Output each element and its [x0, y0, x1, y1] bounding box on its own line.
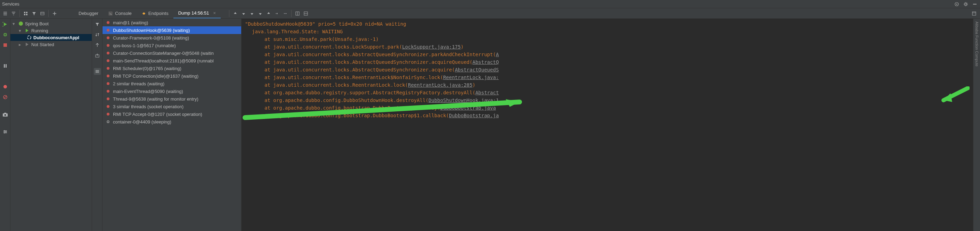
thread-icon [105, 58, 111, 63]
thread-label: Curator-Framework-0@5108 (waiting) [113, 35, 189, 41]
filter-icon[interactable] [94, 21, 101, 28]
source-link[interactable]: A [496, 52, 499, 57]
svg-point-37 [107, 67, 110, 70]
source-link[interactable]: DubboBootstrap.ja [449, 113, 499, 118]
svg-rect-9 [108, 11, 113, 16]
settings-icon[interactable] [2, 128, 9, 135]
layout2-icon[interactable] [302, 10, 310, 17]
source-link[interactable]: ReentrantLock.java:285 [408, 82, 472, 88]
thread-row[interactable]: RMI Scheduler(0)@1765 (waiting) [102, 65, 241, 72]
tab-console[interactable]: Console [103, 9, 137, 18]
thread-row[interactable]: 2 similar threads (waiting) [102, 80, 241, 87]
breakpoint-icon[interactable] [2, 83, 9, 90]
tree-label: DubboconsumerAppl [33, 35, 79, 40]
view-mode-icon[interactable] [38, 10, 46, 17]
stack-line: at org.apache.dubbo.config.bootstrap.Dub… [245, 104, 970, 112]
filter-icon[interactable] [30, 10, 38, 17]
svg-rect-17 [3, 43, 7, 47]
chevron-down-icon: ▾ [19, 28, 23, 33]
sort-icon[interactable] [94, 31, 101, 38]
source-link[interactable]: DubboShutdownHook.java:1 [428, 98, 499, 103]
thread-icon [105, 73, 111, 79]
mute-bp-icon[interactable] [2, 93, 9, 101]
chevron-down-icon: ▾ [13, 21, 17, 26]
stack-icon[interactable] [94, 68, 101, 75]
tab-dump[interactable]: Dump 14:56:51 × [173, 8, 221, 18]
thread-icon [105, 81, 111, 86]
source-link[interactable]: Abstract [476, 90, 499, 95]
down3-icon[interactable] [256, 10, 264, 17]
thread-label: 3 similar threads (socket operation) [113, 104, 183, 109]
source-link[interactable]: LockSupport.java:175 [402, 44, 461, 50]
svg-point-36 [107, 59, 110, 62]
thread-row[interactable]: Curator-ConnectionStateManager-0@5048 (w… [102, 49, 241, 57]
tab-debugger[interactable]: Debugger [74, 9, 103, 18]
thread-label: Curator-ConnectionStateManager-0@5048 (w… [113, 51, 214, 56]
target-icon[interactable] [954, 1, 960, 7]
thread-row[interactable]: Thread-9@5638 (waiting for monitor entry… [102, 95, 241, 103]
step-icon[interactable] [273, 10, 281, 17]
merge-icon[interactable] [94, 42, 101, 49]
svg-rect-7 [26, 14, 27, 15]
tree-root[interactable]: ▾ Spring Boot [10, 20, 92, 27]
svg-point-39 [107, 82, 110, 85]
collapse-all-icon[interactable] [10, 10, 18, 17]
add-icon[interactable] [51, 10, 58, 17]
stack-line: at java.util.concurrent.locks.AbstractQu… [245, 66, 970, 74]
gear-icon[interactable] [963, 1, 969, 7]
thread-row[interactable]: qos-boss-1-1@5617 (runnable) [102, 42, 241, 49]
layout1-icon[interactable] [294, 10, 301, 17]
collapse-panel-icon[interactable] [970, 10, 978, 17]
thread-row[interactable]: 3 similar threads (socket operation) [102, 103, 241, 110]
down2-icon[interactable] [248, 10, 256, 17]
svg-point-31 [107, 21, 110, 24]
thread-label: main-SendThread(localhost:2181)@5089 (ru… [113, 58, 214, 63]
tree-app[interactable]: DubboconsumerAppl [10, 34, 92, 41]
source-link[interactable]: AbstractQueuedS [455, 67, 499, 73]
thread-label: RMI Scheduler(0)@1765 (waiting) [113, 66, 181, 71]
thread-row[interactable]: container-0@4409 (sleeping) [102, 118, 241, 125]
thread-row[interactable]: Curator-Framework-0@5108 (waiting) [102, 34, 241, 42]
stack-line: at java.util.concurrent.locks.AbstractQu… [245, 58, 970, 66]
up2-icon[interactable] [265, 10, 272, 17]
minimize-icon[interactable] [972, 1, 978, 7]
export-icon[interactable] [94, 52, 101, 59]
down-icon[interactable] [240, 10, 247, 17]
tree-label: Running [31, 28, 48, 33]
stack-line: at org.apache.dubbo.registry.support.Abs… [245, 89, 970, 97]
tree-notstarted[interactable]: ▸ Not Started [10, 41, 92, 48]
thread-row[interactable]: main-SendThread(localhost:2181)@5089 (ru… [102, 57, 241, 65]
svg-point-35 [107, 52, 110, 54]
dim-run-icon [24, 42, 30, 47]
source-link[interactable]: ReentrantLock.java: [443, 74, 499, 80]
thread-label: qos-boss-1-1@5617 (runnable) [113, 43, 176, 48]
thread-label: RMI TCP Accept-0@1207 (socket operation) [113, 112, 202, 117]
source-link[interactable]: AbstractQ [472, 59, 499, 65]
tab-label: Endpoints [148, 11, 169, 16]
right-rail-label[interactable]: Alibaba Function Compute [973, 19, 980, 231]
svg-point-27 [4, 133, 5, 133]
source-link[interactable]: DubboBootstrap.java [440, 105, 496, 111]
svg-rect-6 [24, 14, 25, 15]
thread-row[interactable]: main-EventThread@5090 (waiting) [102, 87, 241, 95]
thread-row[interactable]: main@1 (waiting) [102, 19, 241, 26]
up-icon[interactable] [231, 10, 239, 17]
more-icon[interactable] [282, 10, 289, 17]
close-icon[interactable]: × [213, 10, 216, 16]
svg-point-42 [107, 105, 110, 108]
camera-icon[interactable] [2, 111, 9, 118]
expand-all-icon[interactable] [2, 10, 9, 17]
rerun-icon[interactable] [2, 21, 9, 28]
thread-row[interactable]: RMI TCP Connection(idle)@1637 (waiting) [102, 72, 241, 80]
thread-row[interactable]: DubboShutdownHook@5639 (waiting) [102, 26, 241, 34]
svg-point-1 [956, 3, 958, 5]
thread-row[interactable]: RMI TCP Accept-0@1207 (socket operation) [102, 110, 241, 118]
stop-icon[interactable] [2, 42, 9, 49]
thread-icon [105, 43, 111, 48]
tab-endpoints[interactable]: Endpoints [137, 9, 173, 18]
debug-icon[interactable] [2, 31, 9, 38]
pause-icon[interactable] [2, 62, 9, 70]
thread-icon [105, 20, 111, 25]
tree-running[interactable]: ▾ Running [10, 27, 92, 34]
group-icon[interactable] [22, 10, 30, 17]
